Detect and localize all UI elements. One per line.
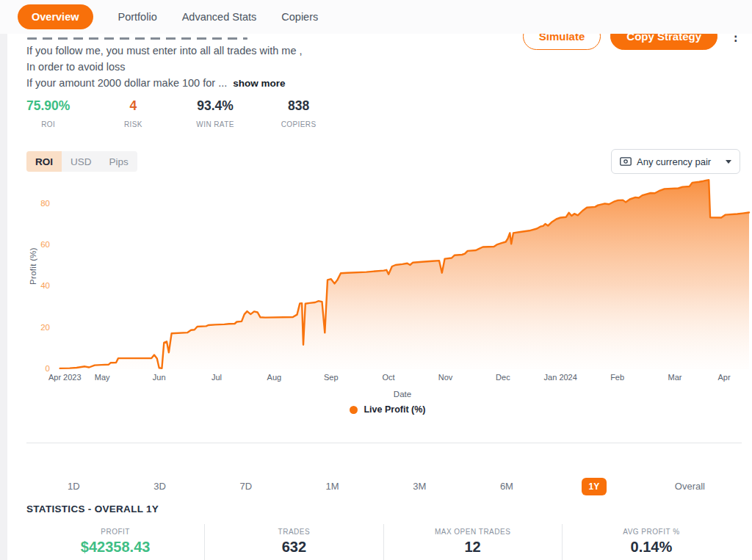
clipped-text-line xyxy=(27,37,247,40)
range-3d[interactable]: 3D xyxy=(148,477,172,495)
stat-trades: TRADES 632 xyxy=(204,524,383,560)
copiers-value: 838 xyxy=(281,98,317,114)
tab-portfolio[interactable]: Portfolio xyxy=(118,11,157,23)
kpi-risk: 4 RISK xyxy=(117,98,149,128)
legend-label: Live Profit (%) xyxy=(364,404,425,415)
kpi-row: 75.90% ROI 4 RISK 93.4% WIN RATE 838 COP… xyxy=(26,98,317,128)
stat-label: MAX OPEN TRADES xyxy=(384,528,562,536)
range-1y[interactable]: 1Y xyxy=(582,478,607,495)
description-line: If you follow me, you must enter into al… xyxy=(26,43,303,59)
x-tick-label: Apr xyxy=(717,373,730,382)
x-tick-label: Jan 2024 xyxy=(544,373,577,382)
kpi-roi: 75.90% ROI xyxy=(26,98,70,128)
x-tick-label: Mar xyxy=(668,373,682,382)
legend-dot-icon xyxy=(350,406,358,414)
unit-tab-group: ROI USD Pips xyxy=(26,151,137,172)
x-tick-label: Dec xyxy=(496,373,510,382)
y-tick-label: 80 xyxy=(26,199,50,208)
risk-label: RISK xyxy=(117,120,149,128)
x-tick-label: Jul xyxy=(212,373,222,382)
tab-pips[interactable]: Pips xyxy=(101,151,137,172)
tab-advanced-stats[interactable]: Advanced Stats xyxy=(182,11,257,23)
stat-label: PROFIT xyxy=(26,528,204,536)
section-divider xyxy=(26,443,742,443)
time-range-selector: 1D 3D 7D 1M 3M 6M 1Y Overall xyxy=(62,477,711,495)
chevron-down-icon xyxy=(726,160,731,164)
x-axis-title: Date xyxy=(56,390,749,399)
strategy-page: Simulate Copy Strategy ⋮ If you follow m… xyxy=(7,0,752,560)
stat-label: TRADES xyxy=(205,528,383,536)
x-tick-label: May xyxy=(95,373,110,382)
stat-profit: PROFIT $42358.43 xyxy=(26,524,204,560)
profit-chart-svg[interactable] xyxy=(56,180,749,369)
copiers-label: COPIERS xyxy=(281,120,317,128)
show-more-link[interactable]: show more xyxy=(233,76,285,92)
tab-roi[interactable]: ROI xyxy=(26,151,62,172)
currency-pair-value: Any currency pair xyxy=(637,156,711,167)
roi-label: ROI xyxy=(26,120,70,128)
x-tick-label: Jun xyxy=(153,373,166,382)
range-1d[interactable]: 1D xyxy=(62,477,86,495)
statistics-table: PROFIT $42358.43 TRADES 632 MAX OPEN TRA… xyxy=(26,524,740,560)
roi-value: 75.90% xyxy=(26,98,70,114)
stat-max-open-trades: MAX OPEN TRADES 12 xyxy=(383,524,562,560)
y-axis-title: Profit (%) xyxy=(29,247,37,285)
statistics-heading: STATISTICS - OVERALL 1Y xyxy=(26,503,159,514)
kpi-win-rate: 93.4% WIN RATE xyxy=(196,98,234,128)
x-tick-label: Sep xyxy=(324,373,339,382)
profit-chart: 020406080 Apr 2023MayJunJulAugSepOctNovD… xyxy=(26,180,749,422)
top-navigation: Overview Portfolio Advanced Stats Copier… xyxy=(0,0,752,34)
y-tick-label: 20 xyxy=(26,323,50,332)
y-tick-label: 0 xyxy=(26,364,50,373)
banknote-icon xyxy=(620,157,632,166)
description-line: In order to avoid loss xyxy=(26,59,303,75)
win-rate-label: WIN RATE xyxy=(196,120,234,128)
stat-value: 632 xyxy=(205,539,383,556)
stat-value: 0.14% xyxy=(563,539,740,556)
tab-copiers[interactable]: Copiers xyxy=(281,11,318,23)
range-6m[interactable]: 6M xyxy=(494,477,519,495)
description-line: If your amount 2000 dollar make 100 for … xyxy=(26,75,227,91)
range-7d[interactable]: 7D xyxy=(234,477,258,495)
tab-usd[interactable]: USD xyxy=(62,151,101,172)
stat-value: $42358.43 xyxy=(26,539,204,556)
stat-value: 12 xyxy=(384,539,562,556)
range-overall[interactable]: Overall xyxy=(669,477,711,495)
strategy-description: If you follow me, you must enter into al… xyxy=(26,36,303,92)
range-3m[interactable]: 3M xyxy=(407,477,432,495)
chart-legend[interactable]: Live Profit (%) xyxy=(26,404,749,415)
x-tick-label: Feb xyxy=(610,373,624,382)
win-rate-value: 93.4% xyxy=(196,98,234,114)
area-fill xyxy=(60,180,749,369)
kpi-copiers: 838 COPIERS xyxy=(281,98,317,128)
risk-value: 4 xyxy=(117,98,149,114)
stat-label: AVG PROFIT % xyxy=(563,528,740,536)
stat-avg-profit: AVG PROFIT % 0.14% xyxy=(562,524,740,560)
x-tick-label: Aug xyxy=(267,373,282,382)
range-1m[interactable]: 1M xyxy=(320,477,345,495)
currency-pair-dropdown[interactable]: Any currency pair xyxy=(611,149,740,174)
x-tick-label: Nov xyxy=(438,373,453,382)
tab-overview[interactable]: Overview xyxy=(18,4,93,29)
x-tick-label: Oct xyxy=(383,373,395,382)
x-tick-label: Apr 2023 xyxy=(48,373,82,382)
